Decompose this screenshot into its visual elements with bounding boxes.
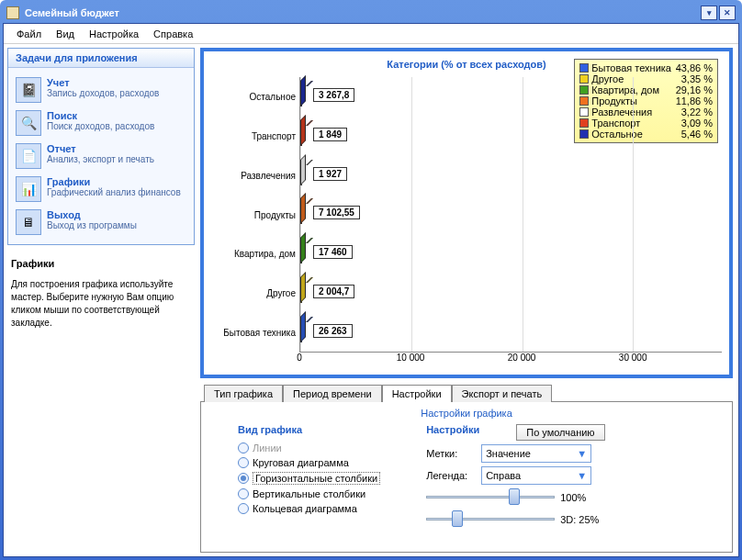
bar-value: 1 849 <box>313 128 347 141</box>
radio-icon <box>238 442 249 454</box>
chevron-down-icon: ▼ <box>577 470 587 481</box>
close-button[interactable]: ✕ <box>719 6 736 20</box>
settings-title: Настройки графика <box>214 408 719 419</box>
tab-3[interactable]: Экспорт и печать <box>452 385 553 402</box>
help-text: Для построения графика используйте масте… <box>11 278 191 330</box>
menu-Файл[interactable]: Файл <box>9 27 49 41</box>
task-Графики[interactable]: 📊ГрафикиГрафический анализ финансов <box>14 173 188 206</box>
category-label: Квартира, дом <box>211 234 299 274</box>
category-label: Остальное <box>211 77 299 117</box>
legend-label: Легенда: <box>426 470 476 481</box>
settings-panel: Настройки графика Вид графика ЛинииКруго… <box>200 401 733 553</box>
task-icon: 📄 <box>16 143 41 169</box>
category-label: Транспорт <box>211 117 299 156</box>
radio-Круговая диаграмма[interactable]: Круговая диаграмма <box>238 455 380 470</box>
menu-Справка[interactable]: Справка <box>146 27 200 41</box>
category-label: Бытовая техника <box>211 313 299 353</box>
radio-icon <box>238 488 249 499</box>
task-panel-heading: Задачи для приложения <box>8 49 194 68</box>
task-panel: Задачи для приложения 📓УчетЗапись доходо… <box>7 48 195 245</box>
x-tick: 0 <box>281 353 318 363</box>
category-label: Другое <box>211 274 299 313</box>
radio-icon <box>238 457 249 468</box>
task-Учет[interactable]: 📓УчетЗапись доходов, расходов <box>14 73 188 106</box>
bar-value: 1 927 <box>313 167 347 181</box>
bar-value: 26 263 <box>313 324 353 338</box>
task-icon: 🔍 <box>16 110 41 136</box>
bar-value: 3 267,8 <box>313 88 354 102</box>
task-Отчет[interactable]: 📄ОтчетАнализ, экспорт и печать <box>14 140 188 173</box>
help-box: Графики Для построения графика используй… <box>7 254 195 333</box>
3d-value: 3D: 25% <box>560 514 599 525</box>
tab-bar: Тип графикаПериод времениНастройкиЭкспор… <box>200 384 733 401</box>
chevron-down-icon: ▼ <box>577 448 587 459</box>
labels-label: Метки: <box>426 448 476 459</box>
radio-Горизонтальные столбики[interactable]: Горизонтальные столбики <box>238 470 380 487</box>
labels-combo[interactable]: Значение ▼ <box>481 444 591 463</box>
category-label: Развлечения <box>211 156 299 196</box>
radio-icon <box>238 503 249 514</box>
menu-Вид[interactable]: Вид <box>49 27 82 41</box>
minimize-button[interactable]: ▾ <box>701 6 717 20</box>
radio-Кольцевая диаграмма[interactable]: Кольцевая диаграмма <box>238 501 380 516</box>
tab-1[interactable]: Период времени <box>283 385 382 402</box>
x-tick: 30 000 <box>614 353 651 363</box>
x-tick: 10 000 <box>392 353 429 363</box>
zoom-value: 100% <box>560 492 586 503</box>
menubar: ФайлВидНастройкаСправка <box>4 24 738 44</box>
settings-heading: Настройки <box>426 424 479 435</box>
bar-value: 7 102,55 <box>313 206 360 219</box>
default-button[interactable]: По умолчанию <box>516 424 604 441</box>
task-Поиск[interactable]: 🔍ПоискПоиск доходов, расходов <box>14 106 188 140</box>
app-icon <box>6 6 19 19</box>
legend-combo[interactable]: Справа ▼ <box>481 466 591 485</box>
radio-Линии: Линии <box>238 441 380 455</box>
window-title: Семейный бюджет <box>25 7 119 18</box>
chart-frame: Категории (% от всех расходов) Бытовая т… <box>200 48 733 378</box>
radio-Вертикальные столбики[interactable]: Вертикальные столбики <box>238 487 380 501</box>
3d-slider[interactable] <box>426 510 555 529</box>
bar-value: 2 004,7 <box>313 285 354 298</box>
legend-row: Бытовая техника43,86 % <box>579 62 713 73</box>
tab-2[interactable]: Настройки <box>382 385 452 402</box>
help-heading: Графики <box>11 258 191 269</box>
menu-Настройка[interactable]: Настройка <box>82 27 146 41</box>
task-icon: 📊 <box>16 176 41 202</box>
titlebar: Семейный бюджет ▾ ✕ <box>3 3 739 23</box>
zoom-slider[interactable] <box>426 488 555 507</box>
x-tick: 20 000 <box>503 353 540 363</box>
chart-type-heading: Вид графика <box>238 424 380 435</box>
task-icon: 📓 <box>16 77 41 103</box>
radio-icon <box>238 473 249 484</box>
task-Выход[interactable]: 🖥ВыходВыход из программы <box>14 206 188 239</box>
bar-value: 17 460 <box>313 245 353 259</box>
tab-0[interactable]: Тип графика <box>204 385 283 402</box>
category-label: Продукты <box>211 196 299 235</box>
task-icon: 🖥 <box>16 209 41 235</box>
